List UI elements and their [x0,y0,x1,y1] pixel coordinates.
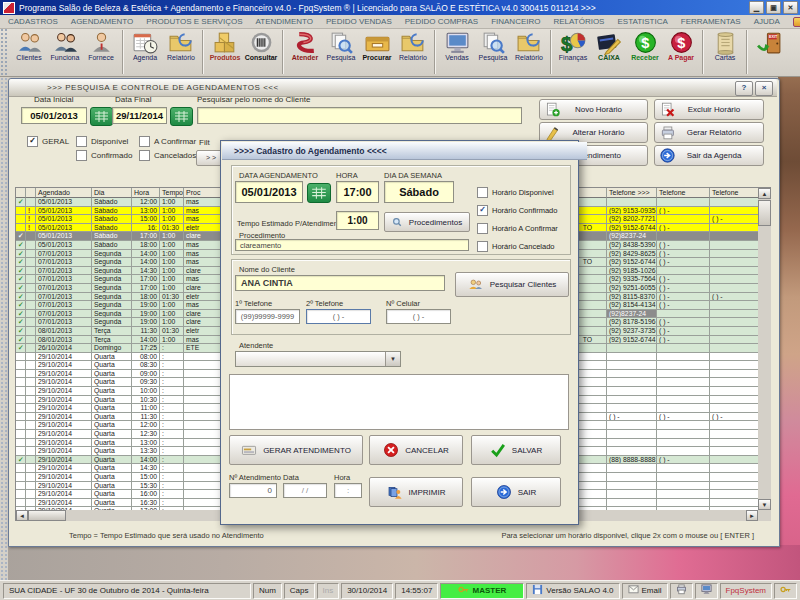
filter-checkbox-geral[interactable]: ✓GERAL [27,136,69,147]
tel1-field[interactable]: (99)99999-9999 [235,309,300,324]
vertical-scroll-thumb[interactable] [758,200,771,226]
toolbar-button-agenda[interactable]: Agenda [127,30,163,61]
toolbar-button-receber[interactable]: $Receber [627,30,663,61]
gerar-atendimento-button[interactable]: GERAR ATENDIMENTO [229,435,363,465]
toolbar-button-pesquisa[interactable]: Pesquisa [475,30,511,61]
close-icon[interactable]: ✕ [783,1,798,14]
nome-cliente-field[interactable]: ANA CINTIA [235,275,445,291]
table-header-cell[interactable] [26,188,36,198]
procedimento-field[interactable]: clareamento [235,239,469,251]
toolbar-button-procurar[interactable]: Procurar [359,30,395,61]
toolbar-button-pesquisa[interactable]: Pesquisa [323,30,359,61]
checkbox-icon[interactable] [76,136,87,147]
toolbar-button-a-pagar[interactable]: $A Pagar [663,30,699,61]
menu-item-email[interactable]: E-MAIL [793,13,800,31]
table-header-cell[interactable]: Telefone [657,188,710,198]
data-inicial-field[interactable]: 05/01/2013 [21,107,87,124]
checkbox-icon[interactable]: ✓ [27,136,38,147]
hora2-field[interactable]: : [334,483,362,498]
toolbar-button-cartas[interactable]: Cartas [707,30,743,61]
tempo-estimado-field[interactable]: 1:00 [336,211,379,230]
toolbar-button-clientes[interactable]: Clientes [11,30,47,61]
sair-button[interactable]: SAIR [471,477,561,507]
filter-checkbox-cancelados[interactable]: Cancelados [139,150,196,161]
table-header-cell[interactable]: Agendado [36,188,92,198]
gerar-relat-rio-button[interactable]: Gerar Relatório [654,122,764,143]
horizontal-scroll-thumb[interactable] [28,510,66,521]
dia-semana-field[interactable]: Sábado [384,181,454,203]
menu-item-financeiro[interactable]: FINANCEIRO [491,17,540,26]
menu-item-relat-rios[interactable]: RELATÓRIOS [553,17,604,26]
toolbar-button-funciona[interactable]: Funciona [47,30,83,61]
dialog-title-bar[interactable]: >>>> Cadastro do Agendamento <<<< [222,142,587,160]
data-final-calendar-button[interactable] [170,107,193,126]
procedimentos-button[interactable]: Procedimentos [384,212,470,232]
cancelar-button[interactable]: CANCELAR [369,435,463,465]
menu-item-pedido-compras[interactable]: PEDIDO COMPRAS [405,17,478,26]
data-inicial-calendar-button[interactable] [90,107,113,126]
toolbar-button-consultar[interactable]: Consultar [243,30,279,61]
hora-field[interactable]: 17:00 [336,181,379,203]
toolbar-button-relat-rio[interactable]: Relatório [163,30,199,61]
data2-field[interactable]: / / [283,483,327,498]
salvar-button[interactable]: SALVAR [471,435,561,465]
dialog-calendar-button[interactable] [307,183,331,203]
toolbar-button-produtos[interactable]: Produtos [207,30,243,61]
dialog-checkbox-hor-rio-cancelado[interactable]: Horário Cancelado [477,241,555,252]
toolbar-button-exit[interactable]: EXIT [751,30,787,54]
toolbar-button-relat-rio[interactable]: Relatório [511,30,547,61]
menu-item-cadastros[interactable]: CADASTROS [8,17,58,26]
window-help-button[interactable]: ? [735,81,753,96]
pesquisar-clientes-button[interactable]: Pesquisar Clientes [455,272,569,297]
toolbar-button-fornece[interactable]: Fornece [83,30,119,61]
vertical-scrollbar[interactable]: ▲ ▼ [758,188,771,510]
toolbar-button-finan-as[interactable]: $Finanças [555,30,591,61]
checkbox-icon[interactable] [477,241,488,252]
checkbox-icon[interactable] [477,223,488,234]
checkbox-icon[interactable] [139,136,150,147]
checkbox-icon[interactable] [76,150,87,161]
filter-checkbox-a-confirmar[interactable]: A Confirmar [139,136,196,147]
table-header-cell[interactable] [16,188,26,198]
observacoes-panel[interactable] [229,374,569,430]
maximize-icon[interactable]: ▣ [766,1,781,14]
num-atendimento-field[interactable]: 0 [229,483,277,498]
toolbar-button-caixa[interactable]: CAIXA [591,30,627,61]
search-client-input[interactable] [197,107,522,124]
atendente-dropdown[interactable]: ▼ [235,351,401,367]
scroll-left-icon[interactable]: ◄ [16,510,28,521]
menu-item-atendimento[interactable]: ATENDIMENTO [256,17,313,26]
menu-item-ajuda[interactable]: AJUDA [754,17,780,26]
novo-hor-rio-button[interactable]: Novo Horário [539,99,648,120]
checkbox-icon[interactable] [477,187,488,198]
imprimir-button[interactable]: IMPRIMIR [369,477,463,507]
checkbox-icon[interactable] [139,150,150,161]
celular-field[interactable]: ( ) - [386,309,451,324]
tel2-field[interactable]: ( ) - [306,309,371,324]
filter-checkbox-dispon-vel[interactable]: Disponível [76,136,128,147]
menu-item-estatistica[interactable]: ESTATISTICA [617,17,667,26]
scroll-up-icon[interactable]: ▲ [758,188,771,199]
minimize-icon[interactable]: ▁ [749,1,764,14]
toolbar-button-vendas[interactable]: Vendas [439,30,475,61]
excluir-hor-rio-button[interactable]: Excluir Horário [654,99,764,120]
dialog-checkbox-hor-rio-a-confirmar[interactable]: Horário A Confirmar [477,223,558,234]
menu-item-agendamento[interactable]: AGENDAMENTO [71,17,134,26]
data-final-field[interactable]: 29/11/2014 [112,107,167,124]
toolbar-button-atender[interactable]: Atender [287,30,323,61]
table-header-cell[interactable]: Telefone [710,188,759,198]
menu-item-pedido-vendas[interactable]: PEDIDO VENDAS [326,17,392,26]
scroll-down-icon[interactable]: ▼ [758,499,771,510]
window-close-button[interactable]: × [755,81,773,96]
menu-item-ferramentas[interactable]: FERRAMENTAS [681,17,741,26]
table-header-cell[interactable]: Telefone >>> [607,188,657,198]
table-header-cell[interactable]: Hora [132,188,160,198]
filter-checkbox-confirmado[interactable]: Confirmado [76,150,132,161]
dialog-checkbox-hor-rio-dispon-vel[interactable]: Horário Disponível [477,187,554,198]
menu-item-produtos-e-servi-os[interactable]: PRODUTOS E SERVIÇOS [146,17,242,26]
data-agendamento-field[interactable]: 05/01/2013 [235,181,303,203]
dialog-checkbox-hor-rio-confirmado[interactable]: ✓Horário Confirmado [477,205,557,216]
checkbox-icon[interactable]: ✓ [477,205,488,216]
table-header-cell[interactable]: Dia [92,188,132,198]
toolbar-button-relat-rio[interactable]: Relatório [395,30,431,61]
